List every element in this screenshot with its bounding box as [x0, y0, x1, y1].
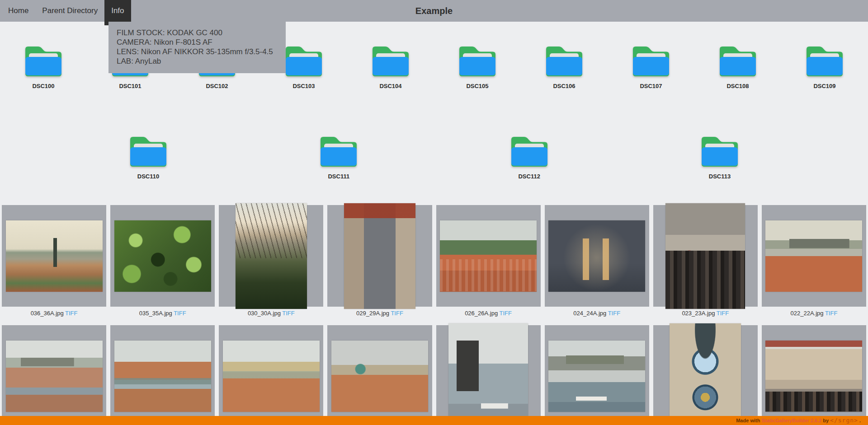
nav-item-home[interactable]: Home [0, 0, 35, 22]
photo-castle-roofs[interactable] [765, 220, 862, 292]
thumbnail-filename: 030_30A.jpg [248, 310, 282, 317]
thumbnail-cell[interactable] [327, 325, 432, 425]
folder-item-dsc108[interactable]: DSC108 [716, 42, 760, 89]
folder-item-dsc100[interactable]: DSC100 [22, 42, 65, 89]
thumbnail-filename: 029_29A.jpg [356, 310, 391, 317]
folder-item-dsc112[interactable]: DSC112 [508, 132, 551, 180]
thumbnail-filename: 023_23A.jpg [682, 310, 716, 317]
thumbnail-caption: 029_29A.jpg TIFF [327, 307, 432, 325]
thumbnail-cell[interactable] [545, 205, 649, 307]
thumbnail-item: 036_36A.jpg TIFF [2, 205, 106, 325]
photo-astro-clock[interactable] [670, 323, 741, 425]
thumbnail-item [219, 325, 323, 425]
thumbnail-cell[interactable] [110, 325, 215, 425]
tiff-link[interactable]: TIFF [825, 310, 837, 317]
photo-foliage[interactable] [114, 220, 211, 292]
thumbnail-cell[interactable] [219, 325, 323, 425]
photo-riverfront[interactable] [223, 341, 320, 412]
photo-city-spire[interactable] [6, 220, 103, 292]
footer-by-text: by [823, 418, 829, 423]
folder-item-dsc110[interactable]: DSC110 [127, 132, 170, 180]
info-line-film-stock: FILM STOCK: KODAK GC 400 [117, 28, 278, 37]
folder-item-dsc106[interactable]: DSC106 [542, 42, 586, 89]
photo-statue-river[interactable] [448, 323, 528, 425]
tiff-link[interactable]: TIFF [500, 310, 512, 317]
folder-label: DSC104 [369, 83, 412, 89]
thumbnail-caption: 036_36A.jpg TIFF [2, 307, 106, 325]
navbar: Home Parent Directory Info Example [0, 0, 868, 22]
folder-item-dsc104[interactable]: DSC104 [369, 42, 412, 89]
thumbnail-item: 030_30A.jpg TIFF [219, 205, 323, 325]
folder-icon [508, 132, 551, 168]
info-line-camera: CAMERA: Nikon F-801S AF [117, 37, 278, 47]
thumbnail-cell[interactable] [2, 205, 106, 307]
thumbnail-filename: 024_24A.jpg [573, 310, 608, 317]
thumbnail-cell[interactable] [653, 325, 758, 425]
thumbnail-cell[interactable] [110, 205, 215, 307]
thumbnail-item [327, 325, 432, 425]
thumbnail-grid: 036_36A.jpg TIFF035_35A.jpg TIFF030_30A.… [0, 205, 868, 425]
nav-item-parent-directory[interactable]: Parent Directory [35, 0, 104, 22]
photo-night-church[interactable] [548, 220, 645, 292]
photo-valley-trees[interactable] [236, 203, 307, 309]
thumbnail-item: 029_29A.jpg TIFF [327, 205, 432, 325]
photo-square-crowd[interactable] [765, 341, 862, 412]
info-panel: FILM STOCK: KODAK GC 400 CAMERA: Nikon F… [108, 22, 286, 73]
thumbnail-caption: 022_22A.jpg TIFF [762, 307, 866, 325]
folder-label: DSC112 [508, 173, 551, 180]
thumbnail-item [2, 325, 106, 425]
thumbnail-cell[interactable] [762, 325, 866, 425]
photo-courtyard[interactable] [344, 203, 415, 309]
photo-dome-roofs[interactable] [331, 341, 428, 412]
thumbnail-cell[interactable] [327, 205, 432, 307]
thumbnail-cell[interactable] [545, 325, 649, 425]
thumbnail-filename: 026_26A.jpg [465, 310, 499, 317]
folder-icon [127, 132, 170, 168]
photo-hill-roofs[interactable] [440, 220, 537, 292]
folder-item-dsc109[interactable]: DSC109 [803, 42, 846, 89]
thumbnail-cell[interactable] [436, 205, 541, 307]
thumbnail-cell[interactable] [436, 325, 541, 425]
tiff-link[interactable]: TIFF [391, 310, 403, 317]
folder-icon [698, 132, 741, 168]
thumbnail-caption: 026_26A.jpg TIFF [436, 307, 541, 325]
tiff-link[interactable]: TIFF [65, 310, 77, 317]
folder-icon [282, 42, 326, 78]
folder-icon [716, 42, 760, 78]
footer-period: . [859, 418, 861, 423]
thumbnail-item [653, 325, 758, 425]
folder-icon [803, 42, 846, 78]
folder-item-dsc111[interactable]: DSC111 [317, 132, 360, 180]
folder-row-2: DSC110DSC111DSC112DSC113 [0, 132, 868, 180]
photo-castle-panorama[interactable] [6, 341, 103, 412]
thumbnail-caption: 023_23A.jpg TIFF [653, 307, 758, 325]
folder-item-dsc103[interactable]: DSC103 [282, 42, 326, 89]
tiff-link[interactable]: TIFF [608, 310, 620, 317]
thumbnail-caption: 030_30A.jpg TIFF [219, 307, 323, 325]
thumbnail-cell[interactable] [653, 205, 758, 307]
folder-label: DSC100 [22, 83, 65, 89]
folder-item-dsc113[interactable]: DSC113 [698, 132, 741, 180]
footer-made-with-text: Made with [736, 418, 760, 423]
folder-label: DSC101 [108, 83, 152, 89]
tiff-link[interactable]: TIFF [717, 310, 729, 317]
thumbnail-filename: 022_22A.jpg [791, 310, 825, 317]
folder-label: DSC110 [127, 173, 170, 180]
thumbnail-cell[interactable] [219, 205, 323, 307]
photo-castle-river[interactable] [548, 341, 645, 412]
author-logo-link[interactable]: </srgn> [830, 417, 858, 424]
builder-link[interactable]: StaticGalleryBuilder 2.6.2 [761, 418, 821, 423]
info-line-lens: LENS: Nikon AF NIKKOR 35-135mm f/3.5-4.5 [117, 47, 278, 56]
thumbnail-cell[interactable] [762, 205, 866, 307]
photo-river-bridges[interactable] [114, 341, 211, 412]
folder-item-dsc105[interactable]: DSC105 [456, 42, 499, 89]
folder-item-dsc107[interactable]: DSC107 [629, 42, 673, 89]
thumbnail-item: 023_23A.jpg TIFF [653, 205, 758, 325]
thumbnail-item [545, 325, 649, 425]
tiff-link[interactable]: TIFF [282, 310, 294, 317]
thumbnail-cell[interactable] [2, 325, 106, 425]
tiff-link[interactable]: TIFF [174, 310, 186, 317]
folder-label: DSC111 [317, 173, 360, 180]
photo-bridge-crowd[interactable] [665, 203, 745, 309]
info-line-lab: LAB: AnyLab [117, 56, 278, 66]
